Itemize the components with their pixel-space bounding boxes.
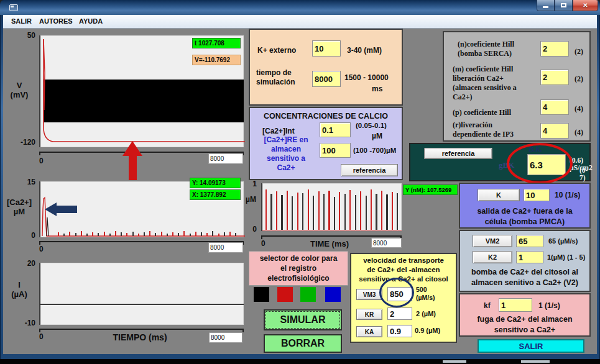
i-ymin-tick: -10 [16, 319, 35, 327]
v-axis-label: V (mV) [4, 81, 34, 99]
mid-baseline [262, 230, 402, 231]
hill-p-label: (p) coeficiente Hill [453, 108, 511, 117]
mid-x0: 0 [261, 239, 265, 248]
ca-re-label: [Ca2+]RE en almacen sensitivo a Ca2+ [255, 135, 317, 173]
hill-m-label: (m) coeficiente Hill liberación Ca2+ (al… [453, 65, 517, 102]
sim-time-label: tiempo de simulación [256, 68, 295, 87]
color-swatch-red[interactable] [277, 287, 293, 302]
pmca-k-input[interactable] [524, 189, 550, 201]
v-x0: 0 [39, 157, 44, 165]
v-ymin-tick: -120 [8, 138, 35, 147]
kr-input[interactable] [387, 307, 412, 320]
mid-spike-train [262, 183, 402, 231]
k2-button[interactable]: K2 [473, 251, 512, 263]
hill-m-input[interactable] [540, 70, 569, 85]
vm3-button[interactable]: VM3 [356, 289, 382, 300]
mid-ymin-tick: 0 [251, 225, 257, 234]
hill-r-label: (r)liveración dependiente de IP3 [453, 121, 514, 139]
ka-button[interactable]: KA [356, 326, 382, 337]
hill-m-default: (2) [575, 75, 583, 84]
close-button[interactable]: ✕ [573, 0, 598, 11]
ca-re-input[interactable] [320, 143, 351, 158]
hill-n-label: (n)coeficiente Hill (bomba SERCA) [458, 40, 514, 58]
v2-panel: VM2 65 (µM/s) K2 1(µM) (1 - 5) bomba de … [459, 230, 591, 292]
ca-y-datatip: Y: 14.09173 [190, 178, 241, 188]
ca-xmax-input[interactable] [208, 242, 243, 253]
v-xmax-input[interactable] [208, 153, 243, 164]
calcium-reference-button[interactable]: referencia [341, 164, 398, 176]
hill-panel: (n)coeficiente Hill (bomba SERCA) (2) (m… [443, 31, 591, 142]
mid-plot[interactable] [261, 183, 402, 231]
blue-left-arrow-annotation [45, 202, 77, 216]
taskbar-chip [443, 360, 466, 363]
title-bar: ✕ [0, 0, 600, 15]
color-swatch-green[interactable] [300, 287, 316, 302]
ca-re-range: (100 -700)µM [353, 147, 396, 154]
i-xmax-input[interactable] [209, 332, 242, 343]
ka-input[interactable] [387, 325, 412, 337]
k-externo-range: 3-40 (mM) [347, 46, 382, 55]
menu-salir[interactable]: SALIR [11, 17, 32, 25]
pmca-range: 10 (1/s) [555, 191, 580, 199]
gbk-reference-button[interactable]: referencia [424, 148, 492, 159]
k-externo-input[interactable] [312, 40, 341, 57]
hill-p-default: (4) [575, 104, 583, 114]
ca-x0: 0 [39, 245, 44, 253]
k2-input[interactable] [516, 251, 543, 263]
mid-xlabel: TIME (ms) [289, 239, 370, 248]
ca-ymax-tick: 15 [19, 178, 35, 186]
ca-x-datatip: X: 1377.892 [190, 189, 241, 200]
pmca-k-button[interactable]: K [478, 189, 520, 201]
mid-ymax-tick: 1 [251, 180, 257, 188]
hill-p-input[interactable] [540, 99, 569, 115]
color-swatch-black[interactable] [254, 287, 269, 302]
i-x0: 0 [39, 332, 44, 341]
pmca-desc: salida de Ca2+ fuera de la célula (bomba… [460, 206, 589, 227]
exit-button[interactable]: SALIR [478, 339, 584, 353]
menu-ayuda[interactable]: AYUDA [79, 17, 103, 25]
ca-int-unit: µM [372, 132, 382, 140]
bottom-edge [0, 359, 600, 364]
vm2-button[interactable]: VM2 [473, 235, 512, 247]
close-icon: ✕ [583, 2, 588, 9]
v-time-datatip: t 1027.708 [192, 38, 241, 48]
kf-range: 1 (1/s) [538, 301, 560, 310]
kf-label: kf [484, 301, 491, 310]
ca-int-input[interactable] [320, 122, 351, 137]
blue-circle-annotation [379, 278, 414, 307]
hill-r-input[interactable] [540, 123, 569, 139]
v-value-datatip: V=-110.7692 [192, 55, 241, 65]
i-plot[interactable] [39, 263, 244, 325]
calcium-title: CONCENTRACIONES DE CALCIO [250, 112, 402, 121]
mid-xmax-input[interactable] [371, 238, 402, 248]
v-plot[interactable]: t 1027.708 V=-110.7692 [39, 35, 244, 147]
client-area: 50 -120 V (mV) t 1027.708 V=-110.7692 0 … [3, 29, 597, 354]
kf-desc: fuga de Ca2+ del almacen sensitivo a Ca2… [460, 314, 589, 335]
color-swatch-blue[interactable] [325, 287, 341, 302]
v-ymax-tick: 50 [16, 31, 35, 40]
taskbar-chip [521, 360, 550, 363]
maximize-icon [561, 3, 566, 7]
red-circle-annotation [507, 143, 573, 184]
k-externo-label: K+ externo [257, 46, 296, 55]
i-ymax-tick: 20 [21, 259, 35, 268]
menu-bar: SALIR AUTORES AYUDA [3, 15, 597, 29]
gbk-range2: (0-7) [579, 166, 589, 181]
hill-n-input[interactable] [540, 41, 569, 57]
simulate-button[interactable]: SIMULAR [264, 309, 342, 330]
pmca-panel: K 10 (1/s) salida de Ca2+ fuera de la cé… [459, 183, 591, 229]
vm2-range: 65 (µM/s) [548, 237, 578, 245]
menu-autores[interactable]: AUTORES [39, 17, 73, 25]
kf-input[interactable] [499, 298, 532, 312]
i-xlabel: TIEMPO (ms) [84, 332, 196, 342]
vm2-input[interactable] [516, 235, 543, 247]
v2-desc: bomba de Ca2+ del citosol al almacen sen… [460, 267, 589, 288]
red-up-arrow-annotation [122, 141, 142, 180]
app-window: ✕ SALIR AUTORES AYUDA 50 -120 V (mV) t 1… [0, 0, 600, 364]
sim-time-input[interactable] [312, 71, 341, 87]
minimize-button[interactable] [537, 0, 555, 11]
clear-button[interactable]: BORRAR [264, 334, 342, 353]
ca-axis-label: [Ca2+] µM [3, 198, 35, 216]
maximize-button[interactable] [555, 0, 573, 11]
kr-button[interactable]: KR [356, 309, 382, 320]
